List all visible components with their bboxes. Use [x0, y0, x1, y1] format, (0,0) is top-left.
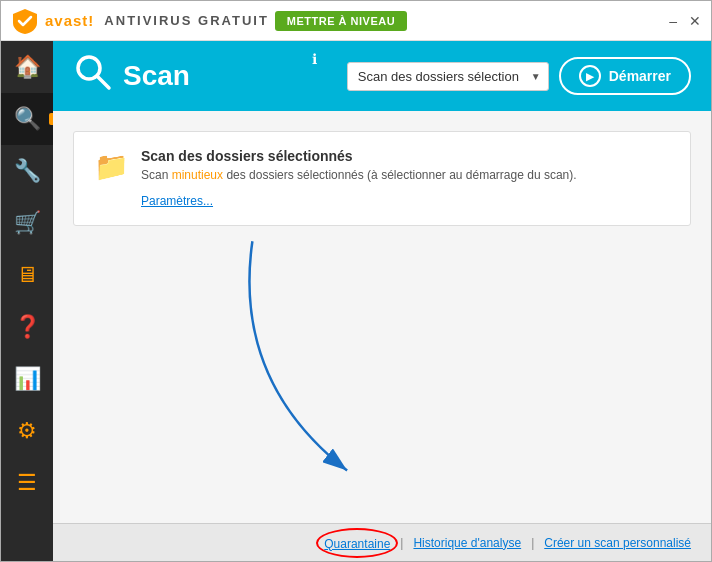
create-scan-link[interactable]: Créer un scan personnalisé	[544, 536, 691, 550]
svg-line-1	[97, 76, 109, 88]
sidebar-item-home[interactable]: 🏠	[1, 41, 53, 93]
quarantine-link[interactable]: Quarantaine	[324, 537, 390, 551]
quarantine-wrapper: Quarantaine	[324, 534, 390, 552]
history-link[interactable]: Historique d'analyse	[413, 536, 521, 550]
scan-body: 📁 Scan des dossiers sélectionnés Scan mi…	[53, 111, 711, 523]
scan-header: Scan ℹ Scan des dossiers sélection Scan …	[53, 41, 711, 111]
separator-2: |	[531, 536, 534, 550]
scan-search-icon	[73, 52, 113, 101]
home-icon: 🏠	[14, 54, 41, 80]
search-icon: 🔍	[14, 106, 41, 132]
minimize-button[interactable]: –	[669, 13, 677, 29]
monitor-icon: 🖥	[16, 262, 38, 288]
settings-icon: ⚙	[17, 418, 37, 444]
start-label: Démarrer	[609, 68, 671, 84]
params-link[interactable]: Paramètres...	[141, 194, 213, 208]
main-window: avast! ANTIVIRUS GRATUIT METTRE À NIVEAU…	[0, 0, 712, 562]
window-controls: – ✕	[669, 13, 701, 29]
menu-icon: ☰	[17, 470, 37, 496]
scan-card-content: Scan des dossiers sélectionnés Scan minu…	[141, 148, 577, 209]
separator-1: |	[400, 536, 403, 550]
folder-icon: 📁	[94, 150, 129, 183]
store-icon: 🛒	[14, 210, 41, 236]
sidebar-item-stats[interactable]: 📊	[1, 353, 53, 405]
sidebar-item-store[interactable]: 🛒	[1, 197, 53, 249]
scan-title: Scan	[123, 60, 332, 92]
sidebar-item-help[interactable]: ❓	[1, 301, 53, 353]
info-icon: ℹ	[312, 51, 317, 67]
tools-icon: 🔧	[14, 158, 41, 184]
sidebar-item-settings[interactable]: ⚙	[1, 405, 53, 457]
titlebar: avast! ANTIVIRUS GRATUIT METTRE À NIVEAU…	[1, 1, 711, 41]
sidebar-item-menu[interactable]: ☰	[1, 457, 53, 509]
scan-card-description: Scan minutieux des dossiers sélectionnés…	[141, 168, 577, 182]
sidebar-item-scan[interactable]: 🔍	[1, 93, 53, 145]
stats-icon: 📊	[14, 366, 41, 392]
logo-area: avast! ANTIVIRUS GRATUIT METTRE À NIVEAU	[11, 7, 669, 35]
sidebar-item-monitor[interactable]: 🖥	[1, 249, 53, 301]
footer: Quarantaine | Historique d'analyse | Cré…	[53, 523, 711, 561]
play-icon: ▶	[579, 65, 601, 87]
help-icon: ❓	[14, 314, 41, 340]
content-area: Scan ℹ Scan des dossiers sélection Scan …	[53, 41, 711, 561]
scan-card: 📁 Scan des dossiers sélectionnés Scan mi…	[73, 131, 691, 226]
app-name: avast!	[45, 12, 94, 29]
sidebar-item-tools[interactable]: 🔧	[1, 145, 53, 197]
highlight-text: minutieux	[172, 168, 223, 182]
main-layout: 🏠 🔍 🔧 🛒 🖥 ❓ 📊 ⚙	[1, 41, 711, 561]
avast-logo-icon	[11, 7, 39, 35]
upgrade-button[interactable]: METTRE À NIVEAU	[275, 11, 407, 31]
antivirus-label: ANTIVIRUS GRATUIT	[104, 13, 268, 28]
scan-card-title: Scan des dossiers sélectionnés	[141, 148, 577, 164]
scan-type-dropdown-wrapper: Scan des dossiers sélection Scan rapide …	[347, 62, 549, 91]
close-button[interactable]: ✕	[689, 13, 701, 29]
sidebar: 🏠 🔍 🔧 🛒 🖥 ❓ 📊 ⚙	[1, 41, 53, 561]
scan-type-dropdown[interactable]: Scan des dossiers sélection Scan rapide …	[347, 62, 549, 91]
start-scan-button[interactable]: ▶ Démarrer	[559, 57, 691, 95]
